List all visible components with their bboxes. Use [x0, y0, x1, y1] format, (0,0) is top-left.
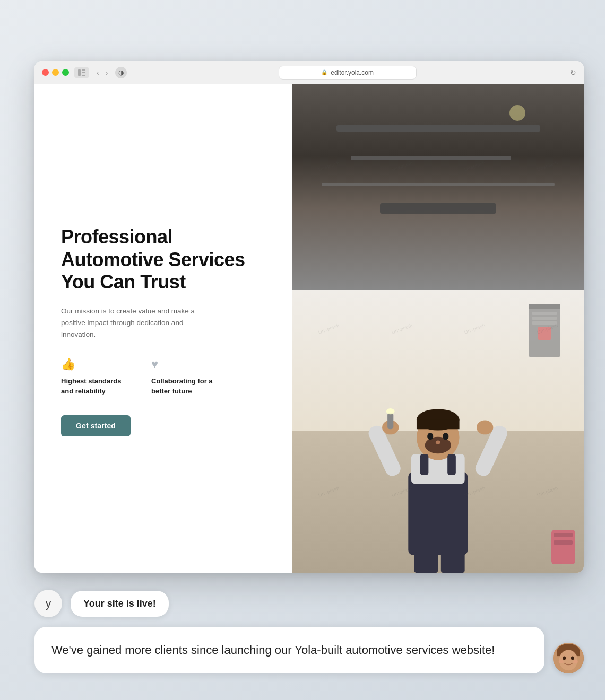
url-text: editor.yola.com — [331, 69, 374, 76]
mechanic-workshop-section — [292, 290, 584, 573]
notification-text: Your site is live! — [83, 598, 156, 609]
refresh-icon[interactable]: ↻ — [570, 68, 576, 77]
lock-icon: 🔒 — [321, 69, 327, 75]
svg-rect-4 — [409, 472, 468, 555]
svg-rect-17 — [388, 413, 394, 429]
sidebar-toggle-icon[interactable] — [74, 67, 89, 78]
svg-rect-23 — [441, 552, 465, 573]
notification-bubble: Your site is live! — [71, 591, 169, 617]
forward-arrow[interactable]: › — [103, 67, 110, 78]
chat-notification: y Your site is live! — [34, 590, 584, 617]
svg-rect-20 — [420, 454, 429, 475]
feature-text-standards: Highest standards and reliability — [61, 377, 130, 396]
browser-nav: ‹ › — [94, 67, 110, 78]
svg-point-31 — [573, 660, 578, 663]
user-avatar — [553, 643, 584, 673]
traffic-lights — [42, 69, 69, 76]
svg-rect-0 — [78, 69, 81, 76]
yola-avatar: y — [34, 590, 62, 617]
hero-title: Professional Automotive Services You Can… — [61, 226, 266, 293]
minimize-button[interactable] — [52, 69, 59, 76]
svg-point-28 — [563, 657, 566, 660]
yola-letter: y — [46, 597, 51, 610]
svg-point-18 — [386, 408, 395, 414]
svg-point-30 — [559, 660, 564, 663]
brightness-icon[interactable]: ◑ — [115, 67, 127, 78]
close-button[interactable] — [42, 69, 49, 76]
svg-rect-2 — [82, 72, 85, 73]
left-panel: Professional Automotive Services You Can… — [34, 84, 292, 573]
feature-item-collaboration: ♥ Collaborating for a better future — [151, 357, 220, 396]
svg-point-19 — [477, 420, 493, 434]
browser-chrome: ‹ › ◑ 🔒 editor.yola.com ↻ — [34, 61, 584, 84]
address-bar-container: 🔒 editor.yola.com — [134, 66, 560, 80]
svg-rect-9 — [417, 419, 460, 429]
get-started-button[interactable]: Get started — [61, 415, 131, 436]
browser-window: ‹ › ◑ 🔒 editor.yola.com ↻ Professional A… — [34, 61, 584, 573]
svg-point-13 — [436, 440, 440, 444]
address-bar[interactable]: 🔒 editor.yola.com — [279, 66, 417, 80]
testimonial-text: We've gained more clients since launchin… — [51, 643, 495, 657]
svg-point-29 — [571, 657, 574, 660]
maximize-button[interactable] — [62, 69, 69, 76]
hero-description: Our mission is to create value and make … — [61, 305, 210, 341]
feature-text-collaboration: Collaborating for a better future — [151, 377, 220, 396]
workshop-background — [292, 290, 584, 573]
svg-point-11 — [428, 433, 434, 440]
thumbs-up-icon: 👍 — [61, 357, 130, 371]
automotive-image: Unsplash Unsplash Unsplash Unsplash Unsp… — [292, 84, 584, 573]
svg-rect-22 — [414, 552, 438, 573]
svg-rect-21 — [448, 454, 456, 475]
heart-icon: ♥ — [151, 357, 220, 371]
chat-section: y Your site is live! We've gained more c… — [34, 590, 584, 673]
svg-point-27 — [559, 650, 578, 671]
right-panel: Unsplash Unsplash Unsplash Unsplash Unsp… — [292, 84, 584, 573]
feature-item-standards: 👍 Highest standards and reliability — [61, 357, 130, 396]
features-row: 👍 Highest standards and reliability ♥ Co… — [61, 357, 266, 396]
svg-point-12 — [443, 433, 449, 440]
svg-rect-1 — [82, 69, 85, 71]
testimonial-bubble: We've gained more clients since launchin… — [34, 627, 544, 673]
back-arrow[interactable]: ‹ — [94, 67, 101, 78]
svg-rect-3 — [82, 75, 85, 76]
car-underside-section — [292, 84, 584, 290]
chat-message-row: We've gained more clients since launchin… — [34, 627, 584, 673]
website-content: Professional Automotive Services You Can… — [34, 84, 584, 573]
